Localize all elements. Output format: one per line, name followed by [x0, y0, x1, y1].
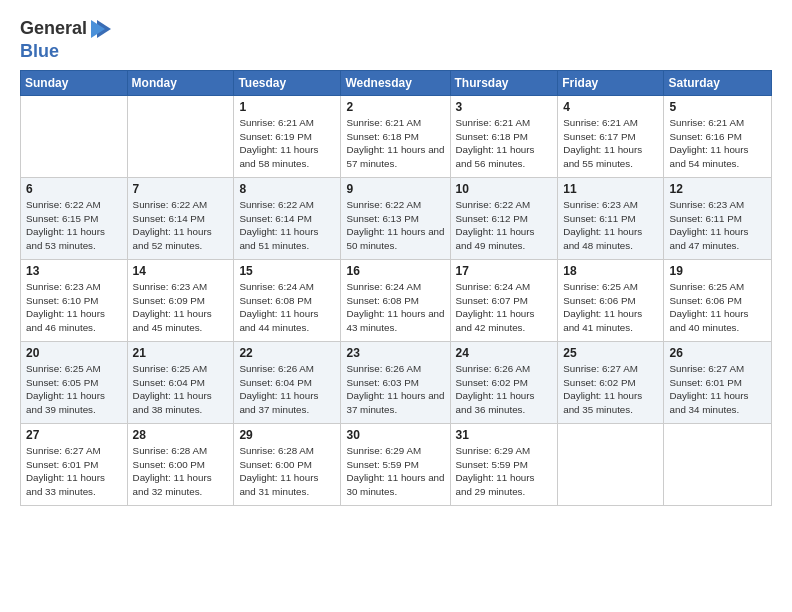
day-number: 17: [456, 264, 553, 278]
calendar-cell: 8Sunrise: 6:22 AM Sunset: 6:14 PM Daylig…: [234, 177, 341, 259]
calendar-cell: 25Sunrise: 6:27 AM Sunset: 6:02 PM Dayli…: [558, 341, 664, 423]
day-info: Sunrise: 6:29 AM Sunset: 5:59 PM Dayligh…: [346, 444, 444, 499]
day-number: 28: [133, 428, 229, 442]
day-number: 7: [133, 182, 229, 196]
calendar: SundayMondayTuesdayWednesdayThursdayFrid…: [20, 70, 772, 506]
calendar-cell: 31Sunrise: 6:29 AM Sunset: 5:59 PM Dayli…: [450, 423, 558, 505]
day-number: 6: [26, 182, 122, 196]
calendar-cell: 19Sunrise: 6:25 AM Sunset: 6:06 PM Dayli…: [664, 259, 772, 341]
day-number: 21: [133, 346, 229, 360]
calendar-cell: 20Sunrise: 6:25 AM Sunset: 6:05 PM Dayli…: [21, 341, 128, 423]
day-info: Sunrise: 6:23 AM Sunset: 6:10 PM Dayligh…: [26, 280, 122, 335]
day-info: Sunrise: 6:25 AM Sunset: 6:06 PM Dayligh…: [669, 280, 766, 335]
day-info: Sunrise: 6:24 AM Sunset: 6:07 PM Dayligh…: [456, 280, 553, 335]
day-number: 22: [239, 346, 335, 360]
calendar-cell: 11Sunrise: 6:23 AM Sunset: 6:11 PM Dayli…: [558, 177, 664, 259]
calendar-cell: 24Sunrise: 6:26 AM Sunset: 6:02 PM Dayli…: [450, 341, 558, 423]
calendar-cell: 22Sunrise: 6:26 AM Sunset: 6:04 PM Dayli…: [234, 341, 341, 423]
day-info: Sunrise: 6:21 AM Sunset: 6:18 PM Dayligh…: [456, 116, 553, 171]
day-number: 2: [346, 100, 444, 114]
day-info: Sunrise: 6:26 AM Sunset: 6:03 PM Dayligh…: [346, 362, 444, 417]
calendar-week-row: 20Sunrise: 6:25 AM Sunset: 6:05 PM Dayli…: [21, 341, 772, 423]
day-number: 27: [26, 428, 122, 442]
day-of-week-header: Monday: [127, 70, 234, 95]
day-info: Sunrise: 6:27 AM Sunset: 6:01 PM Dayligh…: [669, 362, 766, 417]
day-number: 16: [346, 264, 444, 278]
calendar-cell: 4Sunrise: 6:21 AM Sunset: 6:17 PM Daylig…: [558, 95, 664, 177]
calendar-cell: 2Sunrise: 6:21 AM Sunset: 6:18 PM Daylig…: [341, 95, 450, 177]
day-of-week-header: Tuesday: [234, 70, 341, 95]
day-number: 12: [669, 182, 766, 196]
calendar-cell: 6Sunrise: 6:22 AM Sunset: 6:15 PM Daylig…: [21, 177, 128, 259]
calendar-cell: [558, 423, 664, 505]
day-of-week-header: Saturday: [664, 70, 772, 95]
day-number: 23: [346, 346, 444, 360]
logo-blue-text: Blue: [20, 41, 59, 61]
day-number: 25: [563, 346, 658, 360]
day-number: 13: [26, 264, 122, 278]
calendar-cell: [21, 95, 128, 177]
day-number: 24: [456, 346, 553, 360]
calendar-week-row: 1Sunrise: 6:21 AM Sunset: 6:19 PM Daylig…: [21, 95, 772, 177]
logo-text: General: [20, 19, 87, 39]
day-info: Sunrise: 6:26 AM Sunset: 6:04 PM Dayligh…: [239, 362, 335, 417]
day-info: Sunrise: 6:22 AM Sunset: 6:13 PM Dayligh…: [346, 198, 444, 253]
calendar-cell: 7Sunrise: 6:22 AM Sunset: 6:14 PM Daylig…: [127, 177, 234, 259]
calendar-cell: 18Sunrise: 6:25 AM Sunset: 6:06 PM Dayli…: [558, 259, 664, 341]
day-number: 30: [346, 428, 444, 442]
day-number: 29: [239, 428, 335, 442]
calendar-week-row: 27Sunrise: 6:27 AM Sunset: 6:01 PM Dayli…: [21, 423, 772, 505]
day-info: Sunrise: 6:28 AM Sunset: 6:00 PM Dayligh…: [239, 444, 335, 499]
calendar-cell: 5Sunrise: 6:21 AM Sunset: 6:16 PM Daylig…: [664, 95, 772, 177]
day-info: Sunrise: 6:21 AM Sunset: 6:16 PM Dayligh…: [669, 116, 766, 171]
calendar-cell: 27Sunrise: 6:27 AM Sunset: 6:01 PM Dayli…: [21, 423, 128, 505]
day-number: 4: [563, 100, 658, 114]
day-number: 1: [239, 100, 335, 114]
calendar-cell: 21Sunrise: 6:25 AM Sunset: 6:04 PM Dayli…: [127, 341, 234, 423]
calendar-cell: 29Sunrise: 6:28 AM Sunset: 6:00 PM Dayli…: [234, 423, 341, 505]
day-info: Sunrise: 6:29 AM Sunset: 5:59 PM Dayligh…: [456, 444, 553, 499]
day-of-week-header: Thursday: [450, 70, 558, 95]
day-number: 26: [669, 346, 766, 360]
day-info: Sunrise: 6:21 AM Sunset: 6:18 PM Dayligh…: [346, 116, 444, 171]
day-info: Sunrise: 6:23 AM Sunset: 6:11 PM Dayligh…: [669, 198, 766, 253]
day-of-week-header: Sunday: [21, 70, 128, 95]
logo: General Blue: [20, 16, 115, 62]
day-info: Sunrise: 6:22 AM Sunset: 6:14 PM Dayligh…: [239, 198, 335, 253]
calendar-cell: 13Sunrise: 6:23 AM Sunset: 6:10 PM Dayli…: [21, 259, 128, 341]
day-number: 9: [346, 182, 444, 196]
calendar-header-row: SundayMondayTuesdayWednesdayThursdayFrid…: [21, 70, 772, 95]
day-number: 5: [669, 100, 766, 114]
calendar-cell: 17Sunrise: 6:24 AM Sunset: 6:07 PM Dayli…: [450, 259, 558, 341]
day-info: Sunrise: 6:27 AM Sunset: 6:01 PM Dayligh…: [26, 444, 122, 499]
day-info: Sunrise: 6:25 AM Sunset: 6:06 PM Dayligh…: [563, 280, 658, 335]
day-info: Sunrise: 6:27 AM Sunset: 6:02 PM Dayligh…: [563, 362, 658, 417]
calendar-cell: 9Sunrise: 6:22 AM Sunset: 6:13 PM Daylig…: [341, 177, 450, 259]
day-info: Sunrise: 6:22 AM Sunset: 6:15 PM Dayligh…: [26, 198, 122, 253]
calendar-cell: 16Sunrise: 6:24 AM Sunset: 6:08 PM Dayli…: [341, 259, 450, 341]
day-info: Sunrise: 6:24 AM Sunset: 6:08 PM Dayligh…: [346, 280, 444, 335]
day-of-week-header: Friday: [558, 70, 664, 95]
day-info: Sunrise: 6:26 AM Sunset: 6:02 PM Dayligh…: [456, 362, 553, 417]
day-number: 20: [26, 346, 122, 360]
logo-icon: [89, 16, 115, 42]
day-info: Sunrise: 6:22 AM Sunset: 6:14 PM Dayligh…: [133, 198, 229, 253]
day-number: 14: [133, 264, 229, 278]
calendar-week-row: 13Sunrise: 6:23 AM Sunset: 6:10 PM Dayli…: [21, 259, 772, 341]
day-number: 11: [563, 182, 658, 196]
page-header: General Blue: [20, 16, 772, 62]
day-number: 19: [669, 264, 766, 278]
day-info: Sunrise: 6:25 AM Sunset: 6:04 PM Dayligh…: [133, 362, 229, 417]
day-number: 18: [563, 264, 658, 278]
day-info: Sunrise: 6:24 AM Sunset: 6:08 PM Dayligh…: [239, 280, 335, 335]
day-info: Sunrise: 6:21 AM Sunset: 6:17 PM Dayligh…: [563, 116, 658, 171]
day-number: 15: [239, 264, 335, 278]
calendar-cell: 1Sunrise: 6:21 AM Sunset: 6:19 PM Daylig…: [234, 95, 341, 177]
day-info: Sunrise: 6:25 AM Sunset: 6:05 PM Dayligh…: [26, 362, 122, 417]
calendar-week-row: 6Sunrise: 6:22 AM Sunset: 6:15 PM Daylig…: [21, 177, 772, 259]
calendar-cell: 28Sunrise: 6:28 AM Sunset: 6:00 PM Dayli…: [127, 423, 234, 505]
calendar-cell: 3Sunrise: 6:21 AM Sunset: 6:18 PM Daylig…: [450, 95, 558, 177]
calendar-cell: 15Sunrise: 6:24 AM Sunset: 6:08 PM Dayli…: [234, 259, 341, 341]
calendar-cell: 12Sunrise: 6:23 AM Sunset: 6:11 PM Dayli…: [664, 177, 772, 259]
calendar-cell: 23Sunrise: 6:26 AM Sunset: 6:03 PM Dayli…: [341, 341, 450, 423]
